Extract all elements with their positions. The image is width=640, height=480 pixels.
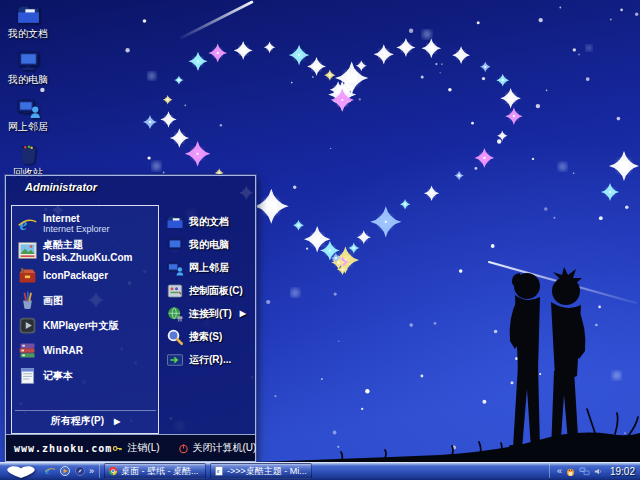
volume-icon [593, 466, 604, 477]
item-label: 运行(R)... [189, 353, 231, 367]
start-left-item-iconpackager[interactable]: IconPackager [15, 263, 156, 288]
network-places-icon [16, 95, 41, 120]
desktop-icon-recycle-bin[interactable]: 回收站 [2, 141, 54, 178]
start-menu-body: eInternetInternet Explorer桌酷主题Desk.ZhuoK… [6, 204, 255, 434]
winrar-icon [17, 340, 38, 361]
power-icon [178, 443, 189, 454]
item-label: 我的电脑 [189, 238, 229, 252]
quick-launch-media-player[interactable] [59, 465, 71, 477]
desktop-icon-my-documents[interactable]: 我的文档 [2, 2, 54, 39]
desktop-icon-my-computer[interactable]: 我的电脑 [2, 48, 54, 85]
taskbar-clock: 19:02 [610, 466, 635, 477]
submenu-arrow-icon: ▶ [114, 417, 120, 426]
item-label: 我的文档 [189, 215, 229, 229]
task-label: 桌面 - 壁纸 - 桌酷... [121, 465, 199, 478]
taskbar-task-1[interactable]: 桌面 - 壁纸 - 桌酷... [104, 463, 206, 479]
start-right-item-connect-to[interactable]: 连接到(T)▶ [164, 302, 252, 325]
tray-qq-icon[interactable] [565, 466, 576, 477]
desktop-icon-label: 网上邻居 [2, 121, 54, 132]
start-right-item-my-documents[interactable]: 我的文档 [164, 210, 252, 233]
kmplayer-icon [17, 315, 38, 336]
tray-volume-icon[interactable] [593, 466, 604, 477]
log-off-key-icon [112, 443, 123, 454]
my-computer-icon [166, 236, 184, 254]
start-right-item-my-computer[interactable]: 我的电脑 [164, 233, 252, 256]
my-computer-icon [16, 48, 41, 73]
item-label: Internet [43, 213, 110, 224]
item-label: KMPlayer中文版 [43, 319, 119, 333]
network-places-icon [166, 259, 184, 277]
desktop-icon-label: 我的文档 [2, 28, 54, 39]
start-right-item-network-places[interactable]: 网上邻居 [164, 256, 252, 279]
all-programs-label: 所有程序(P) [51, 414, 104, 428]
item-label: WinRAR [43, 345, 83, 356]
paint-icon [17, 290, 38, 311]
all-programs-item[interactable]: 所有程序(P)▶ [15, 410, 156, 431]
tray-collapse-chevron-icon[interactable]: « [557, 465, 562, 477]
desktop-icon-label: 我的电脑 [2, 74, 54, 85]
heart-start-icon [3, 464, 39, 479]
start-menu-places-list: 我的文档我的电脑网上邻居控制面板(C)连接到(T)▶搜索(S)运行(R)... [159, 205, 253, 434]
start-right-item-run[interactable]: 运行(R)... [164, 348, 252, 371]
quick-launch-overflow-chevron-icon[interactable]: » [89, 465, 94, 477]
chrome-icon [108, 466, 118, 476]
svg-text:e: e [46, 466, 51, 476]
qq-penguin-icon [565, 466, 576, 477]
tray-network-icon[interactable] [579, 466, 590, 477]
item-label: 控制面板(C) [189, 284, 243, 298]
start-menu-footer: www.zhuoku.com 注销(L) 关闭计算机(U) [6, 434, 255, 461]
my-documents-icon [166, 213, 184, 231]
search-icon [166, 328, 184, 346]
run-icon [166, 351, 184, 369]
system-tray: « 19:02 [549, 464, 640, 478]
item-label: 连接到(T) [189, 307, 232, 321]
item-sublabel: Internet Explorer [43, 224, 110, 235]
start-left-item-internet-explorer[interactable]: eInternetInternet Explorer [15, 210, 156, 238]
quick-launch-bar: e » [42, 464, 100, 478]
item-label: 网上邻居 [189, 261, 229, 275]
item-label: 画图 [43, 294, 63, 308]
log-off-button[interactable]: 注销(L) [112, 441, 159, 455]
internet-explorer-icon: e [17, 214, 38, 235]
taskbar-task-area: 桌面 - 壁纸 - 桌酷...e->>>桌酷主题 - Mi... [100, 463, 549, 479]
start-left-item-notepad[interactable]: 记事本 [15, 363, 156, 388]
start-right-item-search[interactable]: 搜索(S) [164, 325, 252, 348]
start-right-item-control-panel[interactable]: 控制面板(C) [164, 279, 252, 302]
zhuoku-watermark: www.zhuoku.com [14, 443, 112, 454]
internet-explorer-icon: e [44, 465, 56, 477]
quick-launch-internet-explorer[interactable]: e [44, 465, 56, 477]
media-player-icon [59, 465, 71, 477]
item-label: 搜索(S) [189, 330, 222, 344]
start-button[interactable] [0, 462, 42, 480]
start-menu-header: Administrator [6, 176, 255, 204]
ie-page-icon: e [214, 466, 224, 476]
network-icon [579, 466, 590, 477]
my-documents-icon [16, 2, 41, 27]
start-left-item-paint[interactable]: 画图 [15, 288, 156, 313]
start-left-item-kmplayer[interactable]: KMPlayer中文版 [15, 313, 156, 338]
desktop-icon-network-places[interactable]: 网上邻居 [2, 95, 54, 132]
log-off-label: 注销(L) [127, 441, 159, 455]
start-menu-pinned-list: eInternetInternet Explorer桌酷主题Desk.ZhuoK… [11, 205, 159, 434]
submenu-arrow-icon: ▶ [240, 309, 250, 318]
connect-to-icon [166, 305, 184, 323]
taskbar-task-2[interactable]: e->>>桌酷主题 - Mi... [210, 463, 312, 479]
start-menu: Administrator eInternetInternet Explorer… [5, 175, 256, 462]
iconpackager-icon [17, 265, 38, 286]
quick-launch-browser[interactable] [74, 465, 86, 477]
item-label: 桌酷主题Desk.ZhuoKu.Com [43, 238, 154, 263]
desktop: 我的文档我的电脑网上邻居回收站 Administrator eInternetI… [0, 0, 640, 480]
start-menu-username: Administrator [25, 181, 97, 193]
taskbar: e » 桌面 - 壁纸 - 桌酷...e->>>桌酷主题 - Mi... « 1… [0, 462, 640, 480]
shut-down-button[interactable]: 关闭计算机(U) [178, 441, 257, 455]
item-label: IconPackager [43, 270, 108, 281]
task-label: ->>>桌酷主题 - Mi... [227, 465, 307, 478]
notepad-icon [17, 365, 38, 386]
item-label: 记事本 [43, 369, 73, 383]
control-panel-icon [166, 282, 184, 300]
start-left-item-winrar[interactable]: WinRAR [15, 338, 156, 363]
start-left-item-zhuoku-theme[interactable]: 桌酷主题Desk.ZhuoKu.Com [15, 238, 156, 263]
zhuoku-theme-icon [17, 240, 38, 261]
browser-icon [74, 465, 86, 477]
shut-down-label: 关闭计算机(U) [193, 441, 257, 455]
